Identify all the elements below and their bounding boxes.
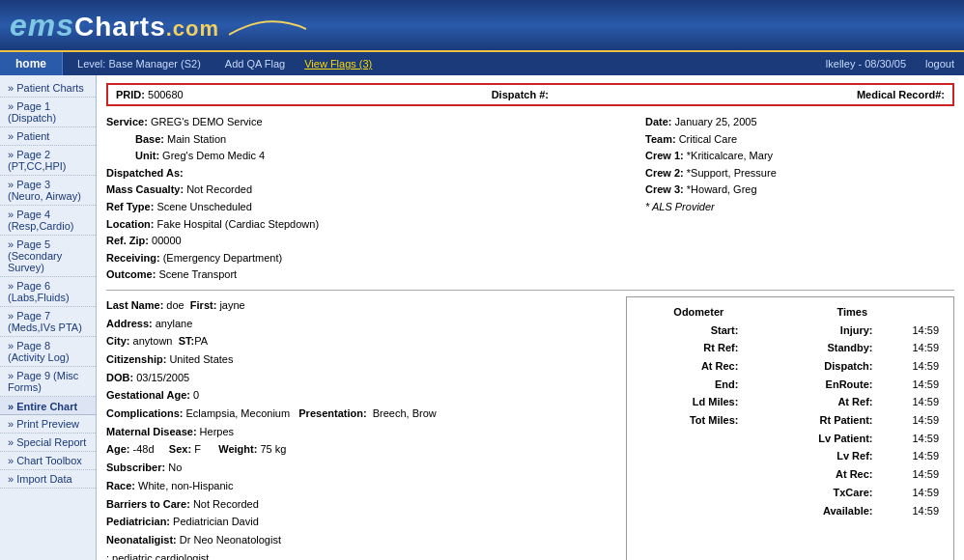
dob-row: DOB: 03/15/2005: [106, 369, 616, 387]
location-value: Fake Hospital (Cardiac Stepdown): [157, 218, 320, 230]
end-label-cell: End:: [637, 376, 743, 394]
als-note-value: * ALS Provider: [645, 201, 715, 212]
rt-ref-value-cell: [743, 339, 760, 357]
team-value: Critical Care: [679, 133, 738, 145]
ref-zip-row: Ref. Zip: 00000: [106, 233, 645, 250]
lv-ref-label-cell: Lv Ref:: [761, 447, 878, 465]
address-row: Address: anylane: [106, 315, 616, 333]
sidebar-item-patient-charts[interactable]: » Patient Charts: [0, 79, 96, 98]
service-info-right: Date: January 25, 2005 Team: Critical Ca…: [645, 114, 954, 284]
medical-record-field: Medical Record#:: [857, 89, 945, 100]
at-rec-value-cell: [743, 357, 760, 376]
mass-casualty-row: Mass Casualty: Not Recorded: [106, 182, 645, 199]
service-label: Service:: [106, 116, 148, 127]
location-label: Location:: [106, 218, 155, 230]
unit-row: Unit: Greg's Demo Medic 4: [106, 148, 645, 165]
address-label: Address:: [106, 318, 153, 329]
sidebar-item-entire-chart[interactable]: » Entire Chart: [0, 397, 96, 415]
mass-casualty-value: Not Recorded: [186, 183, 252, 195]
date-value: January 25, 2005: [675, 116, 757, 127]
sidebar-item-page9[interactable]: » Page 9 (Misc Forms): [0, 367, 96, 397]
neonatologist-extra-row: : pediatric cardiologist: [106, 549, 616, 560]
unit-value: Greg's Demo Medic 4: [162, 150, 265, 161]
available-value-cell: 14:59: [877, 502, 944, 520]
content-area: PRID: 500680 Dispatch #: Medical Record#…: [97, 75, 964, 560]
txcare-label-cell: TxCare:: [761, 484, 878, 502]
at-rec2-value-cell: 14:59: [877, 465, 944, 484]
dispatched-as-row: Dispatched As:: [106, 165, 645, 182]
sidebar-item-page2[interactable]: » Page 2 (PT,CC,HPI): [0, 146, 96, 176]
dispatch-label-cell: Dispatch:: [761, 357, 878, 376]
first-value: jayne: [219, 299, 244, 311]
sex-label: Sex:: [169, 443, 191, 455]
complications-label: Complications:: [106, 407, 183, 419]
sidebar-item-page8[interactable]: » Page 8 (Activity Log): [0, 337, 96, 367]
ref-type-row: Ref Type: Scene Unscheduled: [106, 199, 645, 216]
rt-patient-label-cell: Rt Patient:: [761, 411, 878, 430]
dispatched-as-label: Dispatched As:: [106, 167, 184, 179]
receiving-label: Receiving:: [106, 252, 160, 264]
sidebar-item-page5[interactable]: » Page 5 (Secondary Survey): [0, 236, 96, 277]
txcare-value-cell: 14:59: [877, 484, 944, 502]
view-flags-button[interactable]: View Flags (3): [295, 58, 382, 70]
times-table: Odometer Times Start: Injury: 14:59 Rt R…: [637, 303, 944, 519]
presentation-value: Breech, Brow: [373, 407, 437, 419]
crew3-row: Crew 3: *Howard, Greg: [645, 182, 954, 199]
crew2-label: Crew 2:: [645, 167, 684, 179]
tot-miles-label-cell: Tot Miles:: [637, 411, 743, 430]
first-label: First:: [190, 299, 217, 311]
dispatch-field: Dispatch #:: [492, 89, 549, 100]
neonatologist-value: Dr Neo Neonatologist: [180, 534, 281, 546]
date-row: Date: January 25, 2005: [645, 114, 954, 131]
available-label-cell: Available:: [761, 502, 878, 520]
times-header: Times: [837, 306, 868, 318]
rt-patient-value-cell: 14:59: [877, 411, 944, 430]
sidebar-item-special-report[interactable]: » Special Report: [0, 434, 96, 452]
weight-value: 75 kg: [260, 443, 286, 455]
location-row: Location: Fake Hospital (Cardiac Stepdow…: [106, 216, 645, 234]
barriers-value: Not Recorded: [193, 498, 259, 510]
st-label: ST:: [179, 335, 195, 347]
dob-value: 03/15/2005: [136, 372, 189, 383]
injury-label-cell: Injury:: [761, 322, 878, 340]
base-value: Main Station: [167, 133, 226, 145]
enroute-value-cell: 14:59: [877, 376, 944, 394]
home-button[interactable]: home: [0, 52, 63, 75]
navbar: home Level: Base Manager (S2) Add QA Fla…: [0, 50, 964, 75]
end-value-cell: [743, 376, 760, 394]
maternal-disease-row: Maternal Disease: Herpes: [106, 423, 616, 441]
receiving-value: (Emergency Department): [163, 252, 283, 264]
logo-curve: [229, 19, 306, 37]
sidebar-item-page7[interactable]: » Page 7 (Meds,IVs PTA): [0, 307, 96, 337]
sidebar-item-page4[interactable]: » Page 4 (Resp,Cardio): [0, 206, 96, 236]
pediatrician-row: Pediatrician: Pediatrician David: [106, 513, 616, 531]
ref-type-label: Ref Type:: [106, 201, 154, 212]
divider-1: [106, 290, 954, 291]
sidebar-item-print-preview[interactable]: » Print Preview: [0, 415, 96, 434]
lv-ref-value-cell: 14:59: [877, 447, 944, 465]
sidebar-item-page1[interactable]: » Page 1 (Dispatch): [0, 98, 96, 127]
dob-label: DOB:: [106, 372, 133, 383]
race-value: White, non-Hispanic: [138, 480, 233, 491]
sidebar-item-page6[interactable]: » Page 6 (Labs,Fluids): [0, 277, 96, 307]
sidebar-item-import-data[interactable]: » Import Data: [0, 470, 96, 489]
age-sex-row: Age: -48d Sex: F Weight: 75 kg: [106, 440, 616, 459]
sidebar-item-patient[interactable]: » Patient: [0, 127, 96, 146]
mass-casualty-label: Mass Casualty:: [106, 183, 184, 195]
crew1-row: Crew 1: *Kriticalcare, Mary: [645, 148, 954, 165]
age-label: Age:: [106, 443, 129, 455]
citizenship-value: United States: [169, 353, 233, 365]
subscriber-value: No: [168, 462, 182, 473]
sidebar-item-chart-toolbox[interactable]: » Chart Toolbox: [0, 452, 96, 470]
add-qa-button[interactable]: Add QA Flag: [215, 58, 295, 70]
citizenship-row: Citizenship: United States: [106, 350, 616, 369]
prid-box: PRID: 500680 Dispatch #: Medical Record#…: [106, 83, 954, 106]
age-value: -48d: [133, 443, 155, 455]
ld-miles-label-cell: Ld Miles:: [637, 393, 743, 411]
logout-button[interactable]: logout: [916, 58, 964, 70]
sidebar-item-page3[interactable]: » Page 3 (Neuro, Airway): [0, 176, 96, 206]
subscriber-label: Subscriber:: [106, 462, 165, 473]
logo-ems: ems: [10, 8, 74, 42]
barriers-row: Barriers to Care: Not Recorded: [106, 495, 616, 514]
neonatologist-label: Neonataligist:: [106, 534, 177, 546]
